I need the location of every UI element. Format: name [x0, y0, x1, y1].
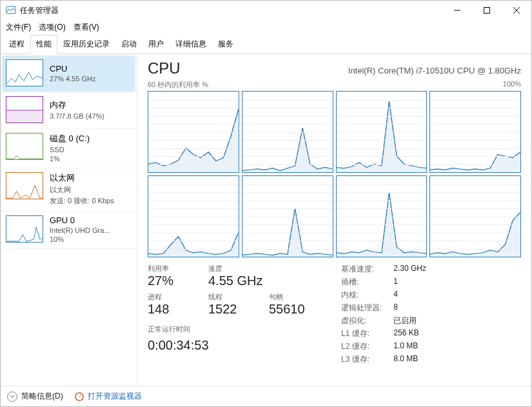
svg-marker-8: [337, 101, 427, 172]
cpu-core-chart-2: [336, 91, 428, 173]
sidebar-item-sub2: 1%: [50, 155, 90, 163]
sidebar: CPU 27% 4.55 GHz 内存 3.7/7.8 GB (47%) 磁盘 …: [1, 54, 137, 386]
cpu-core-chart-3: [429, 91, 521, 173]
socket-label: 插槽:: [341, 277, 382, 288]
axis-left-label: 60 秒内的利用率 %: [148, 80, 208, 90]
handle-label: 句柄: [269, 292, 315, 302]
resource-monitor-label: 打开资源监视器: [88, 391, 142, 402]
sidebar-item-label: 以太网: [50, 172, 114, 184]
window-title: 任务管理器: [20, 5, 59, 16]
menu-file[interactable]: 文件(F): [6, 22, 31, 33]
base-speed-label: 基准速度:: [341, 264, 382, 275]
tab-startup[interactable]: 启动: [115, 35, 143, 54]
base-speed-value: 2.30 GHz: [393, 264, 426, 275]
cpu-thumb: [6, 59, 43, 86]
window-controls: [442, 1, 531, 20]
resource-monitor-link[interactable]: 打开资源监视器: [75, 391, 142, 402]
net-thumb: [6, 172, 43, 199]
gpu-thumb: [6, 215, 43, 243]
app-icon: [6, 5, 16, 15]
sidebar-item-cpu[interactable]: CPU 27% 4.55 GHz: [2, 55, 135, 92]
cpu-model: Intel(R) Core(TM) i7-10510U CPU @ 1.80GH…: [348, 66, 521, 75]
tab-app-history[interactable]: 应用历史记录: [57, 35, 115, 54]
util-label: 利用率: [148, 264, 194, 273]
menu-options[interactable]: 选项(O): [39, 22, 65, 33]
menu-bar: 文件(F) 选项(O) 查看(V): [1, 20, 531, 34]
axis-right-label: 100%: [503, 80, 521, 90]
cores-label: 内核:: [341, 290, 382, 301]
sidebar-item-sub: 以太网: [50, 185, 114, 195]
sidebar-item-label: 磁盘 0 (C:): [50, 133, 90, 144]
sidebar-item-sub2: 10%: [50, 235, 110, 243]
chevron-down-icon: [7, 392, 17, 402]
svg-marker-7: [242, 128, 333, 172]
sidebar-item-label: CPU: [50, 64, 96, 74]
title-bar: 任务管理器: [1, 1, 531, 20]
sidebar-item-gpu[interactable]: GPU 0 Intel(R) UHD Gra... 10%: [2, 212, 135, 249]
speed-label: 速度: [208, 264, 262, 273]
main-panel: CPU Intel(R) Core(TM) i7-10510U CPU @ 1.…: [137, 54, 531, 386]
cpu-core-chart-7: [429, 175, 521, 257]
logical-value: 8: [393, 303, 426, 313]
fewer-details-label: 简略信息(D): [21, 391, 63, 402]
cpu-core-chart-0: [148, 91, 239, 173]
handle-value: 55610: [269, 302, 315, 317]
socket-value: 1: [393, 277, 426, 288]
virt-label: 虚拟化:: [341, 315, 382, 326]
tab-details[interactable]: 详细信息: [170, 35, 212, 54]
fewer-details-button[interactable]: 简略信息(D): [7, 391, 63, 402]
close-button[interactable]: [502, 1, 531, 20]
svg-marker-13: [430, 212, 520, 257]
cpu-core-chart-5: [242, 175, 333, 257]
l2-label: L2 缓存:: [341, 341, 382, 352]
tab-bar: 进程 性能 应用历史记录 启动 用户 详细信息 服务: [1, 34, 531, 54]
minimize-button[interactable]: [442, 1, 472, 20]
cores-value: 4: [393, 290, 426, 301]
l1-value: 256 KB: [393, 328, 426, 339]
sidebar-item-memory[interactable]: 内存 3.7/7.8 GB (47%): [2, 92, 135, 129]
logical-label: 逻辑处理器:: [341, 303, 382, 313]
l2-value: 1.0 MB: [393, 341, 426, 352]
svg-line-15: [79, 395, 81, 397]
l1-label: L1 缓存:: [341, 328, 382, 339]
l3-value: 8.0 MB: [393, 354, 426, 365]
virt-value: 已启用: [393, 315, 426, 326]
sidebar-item-sub: Intel(R) UHD Gra...: [50, 226, 110, 234]
thread-value: 1522: [208, 302, 255, 317]
l3-label: L3 缓存:: [341, 354, 382, 365]
sidebar-item-sub2: 发送: 0 接收: 0 Kbps: [50, 196, 114, 206]
maximize-button[interactable]: [472, 1, 502, 20]
svg-rect-5: [6, 110, 42, 123]
tab-performance[interactable]: 性能: [30, 35, 57, 54]
sidebar-item-sub: 3.7/7.8 GB (47%): [50, 112, 104, 120]
sidebar-item-sub: SSD: [50, 146, 90, 154]
page-title: CPU: [148, 59, 181, 77]
cpu-core-chart-4: [148, 175, 239, 257]
cpu-core-chart-1: [242, 91, 333, 173]
cpu-core-grid[interactable]: [148, 91, 521, 257]
footer: 简略信息(D) 打开资源监视器: [1, 386, 531, 406]
cpu-core-chart-6: [336, 175, 428, 257]
proc-label: 进程: [148, 292, 194, 302]
proc-value: 148: [148, 302, 194, 317]
uptime-value: 0:00:34:53: [148, 338, 315, 353]
tab-users[interactable]: 用户: [143, 35, 170, 54]
menu-view[interactable]: 查看(V): [74, 22, 99, 33]
svg-marker-6: [148, 110, 239, 173]
stats-area: 利用率27% 速度4.55 GHz 进程148 线程1522 句柄55610 正…: [148, 264, 521, 365]
thread-label: 线程: [208, 292, 255, 302]
stats-right: 基准速度:2.30 GHz 插槽:1 内核:4 逻辑处理器:8 虚拟化:已启用 …: [341, 264, 426, 365]
tab-processes[interactable]: 进程: [3, 35, 30, 54]
monitor-icon: [75, 392, 84, 401]
memory-thumb: [6, 96, 43, 123]
tab-services[interactable]: 服务: [212, 35, 239, 54]
sidebar-item-ethernet[interactable]: 以太网 以太网 发送: 0 接收: 0 Kbps: [2, 168, 135, 212]
speed-value: 4.55 GHz: [208, 273, 262, 288]
disk-thumb: [6, 133, 43, 160]
sidebar-item-sub: 27% 4.55 GHz: [50, 75, 96, 83]
util-value: 27%: [148, 273, 194, 288]
sidebar-item-disk[interactable]: 磁盘 0 (C:) SSD 1%: [2, 129, 135, 168]
sidebar-item-label: GPU 0: [50, 215, 110, 225]
sidebar-item-label: 内存: [50, 99, 104, 111]
svg-rect-2: [484, 8, 490, 14]
